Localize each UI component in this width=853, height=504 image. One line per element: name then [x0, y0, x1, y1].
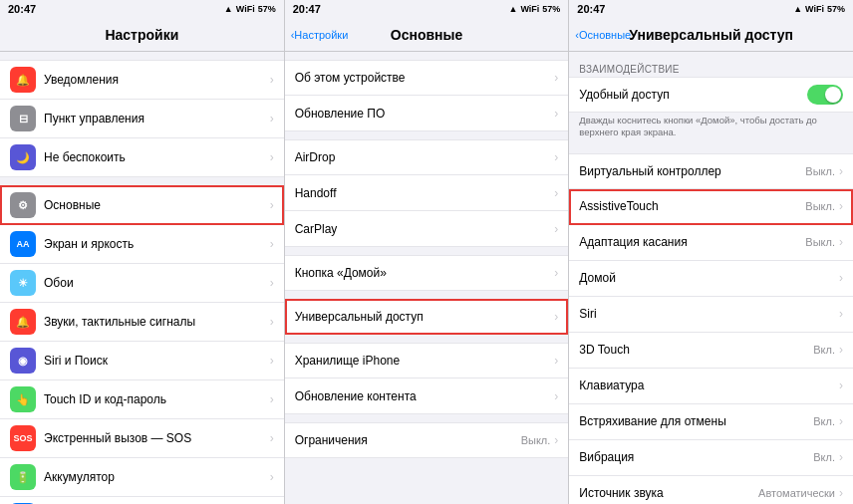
- nav-bar-1: Настройки: [0, 18, 284, 52]
- chevron-notifications: ›: [270, 73, 274, 87]
- general-item-airdrop[interactable]: AirDrop ›: [285, 139, 569, 175]
- settings-item-notifications[interactable]: 🔔 Уведомления ›: [0, 60, 284, 100]
- chevron-accessibility: ›: [554, 310, 558, 324]
- chevron-3dtouch: ›: [839, 343, 843, 357]
- accessibility-item-3dtouch[interactable]: 3D Touch Вкл. ›: [569, 333, 853, 369]
- convenientaccess-label: Удобный доступ: [579, 88, 807, 102]
- chevron-adaptation: ›: [839, 235, 843, 249]
- accessibility-item-vibration[interactable]: Вибрация Вкл. ›: [569, 440, 853, 476]
- settings-item-general[interactable]: ⚙ Основные ›: [0, 185, 284, 225]
- accessibility-item-keyboard[interactable]: Клавиатура ›: [569, 369, 853, 404]
- dnd-icon: 🌙: [10, 144, 36, 170]
- touchid-icon: 👆: [10, 386, 36, 412]
- general-item-storage[interactable]: Хранилище iPhone ›: [285, 343, 569, 378]
- accessibility-item-convenientaccess[interactable]: Удобный доступ: [569, 77, 853, 113]
- signal-icon-3: ▲: [793, 4, 802, 14]
- shake-undo-label: Встряхивание для отмены: [579, 414, 813, 428]
- section-2-4: Универсальный доступ ›: [285, 299, 569, 335]
- accessibility-item-assistivetouch[interactable]: AssistiveTouch Выкл. ›: [569, 189, 853, 225]
- settings-item-privacy[interactable]: ✋ Конфиденциальность ›: [0, 497, 284, 504]
- update-label: Обновление ПО: [295, 107, 555, 121]
- signal-icon-2: ▲: [508, 4, 517, 14]
- accessibility-item-adaptation[interactable]: Адаптация касания Выкл. ›: [569, 225, 853, 261]
- section-header-interaction: ВЗАИМОДЕЙСТВИЕ: [569, 60, 853, 77]
- general-item-update[interactable]: Обновление ПО ›: [285, 96, 569, 131]
- general-item-restrictions[interactable]: Ограничения Выкл. ›: [285, 422, 569, 458]
- chevron-control-center: ›: [270, 112, 274, 126]
- wifi-icon-2: WiFi: [520, 4, 539, 14]
- nav-bar-2: ‹ Настройки Основные: [285, 18, 569, 52]
- convenientaccess-description: Дважды коснитесь кнопки «Домой», чтобы д…: [569, 113, 853, 145]
- chevron-update: ›: [554, 107, 558, 121]
- back-label-2: Настройки: [294, 29, 348, 41]
- settings-item-sounds[interactable]: 🔔 Звуки, тактильные сигналы ›: [0, 303, 284, 342]
- general-item-bgrefresh[interactable]: Обновление контента ›: [285, 378, 569, 414]
- chevron-restrictions: ›: [554, 433, 558, 447]
- chevron-shake-undo: ›: [839, 414, 843, 428]
- section-2-6: Ограничения Выкл. ›: [285, 422, 569, 458]
- settings-item-control-center[interactable]: ⊟ Пункт управления ›: [0, 100, 284, 138]
- accessibility-item-virtual[interactable]: Виртуальный контроллер Выкл. ›: [569, 153, 853, 189]
- convenientaccess-toggle[interactable]: [807, 85, 843, 105]
- back-label-3: Основные: [579, 29, 631, 41]
- chevron-about: ›: [554, 71, 558, 85]
- general-item-handoff[interactable]: Handoff ›: [285, 175, 569, 211]
- adaptation-label: Адаптация касания: [579, 235, 805, 249]
- chevron-homebtn: ›: [554, 266, 558, 280]
- settings-item-sos[interactable]: SOS Экстренный вызов — SOS ›: [0, 419, 284, 458]
- settings-item-touchid[interactable]: 👆 Touch ID и код-пароль ›: [0, 380, 284, 419]
- accessibility-label: Универсальный доступ: [295, 310, 555, 324]
- general-item-about[interactable]: Об этом устройстве ›: [285, 60, 569, 96]
- nav-title-3: Универсальный доступ: [629, 27, 793, 43]
- siri-label-acc: Siri: [579, 307, 839, 321]
- general-label: Основные: [44, 198, 270, 212]
- 3dtouch-value: Вкл.: [813, 344, 835, 356]
- section-2-2: AirDrop › Handoff › CarPlay ›: [285, 139, 569, 247]
- status-bar-2: 20:47 ▲ WiFi 57%: [285, 0, 569, 18]
- siri-icon: ◉: [10, 348, 36, 374]
- settings-item-battery[interactable]: 🔋 Аккумулятор ›: [0, 458, 284, 497]
- settings-item-siri[interactable]: ◉ Siri и Поиск ›: [0, 342, 284, 380]
- accessibility-item-shake-undo[interactable]: Встряхивание для отмены Вкл. ›: [569, 404, 853, 440]
- about-label: Об этом устройстве: [295, 71, 555, 85]
- chevron-audio-source: ›: [839, 486, 843, 500]
- chevron-siri: ›: [270, 354, 274, 368]
- screen-container: 20:47 ▲ WiFi 57% Настройки 🔔 Уведомления…: [0, 0, 853, 504]
- chevron-sounds: ›: [270, 315, 274, 329]
- settings-item-dnd[interactable]: 🌙 Не беспокоить ›: [0, 138, 284, 177]
- audio-source-value: Автоматически: [758, 487, 835, 499]
- settings-list-3: ВЗАИМОДЕЙСТВИЕ Удобный доступ Дважды кос…: [569, 52, 853, 504]
- section-2-1: Об этом устройстве › Обновление ПО ›: [285, 60, 569, 131]
- accessibility-item-siri[interactable]: Siri ›: [569, 297, 853, 333]
- time-3: 20:47: [577, 3, 605, 15]
- nav-title-1: Настройки: [105, 27, 178, 43]
- handoff-label: Handoff: [295, 186, 555, 200]
- adaptation-value: Выкл.: [805, 236, 835, 248]
- section-2-3: Кнопка «Домой» ›: [285, 255, 569, 291]
- panel-accessibility: 20:47 ▲ WiFi 57% ‹ Основные Универсальны…: [569, 0, 853, 504]
- general-item-accessibility[interactable]: Универсальный доступ ›: [285, 299, 569, 335]
- dnd-label: Не беспокоить: [44, 150, 270, 164]
- wifi-icon-3: WiFi: [805, 4, 824, 14]
- accessibility-item-home[interactable]: Домой ›: [569, 261, 853, 297]
- settings-item-display[interactable]: AA Экран и яркость ›: [0, 225, 284, 264]
- battery-icon-2: 57%: [542, 4, 560, 14]
- display-icon: AA: [10, 231, 36, 257]
- section-3-2: Виртуальный контроллер Выкл. › Assistive…: [569, 153, 853, 504]
- back-btn-3[interactable]: ‹ Основные: [575, 29, 631, 41]
- general-icon: ⚙: [10, 192, 36, 218]
- accessibility-item-audio-source[interactable]: Источник звука Автоматически ›: [569, 476, 853, 504]
- general-item-carplay[interactable]: CarPlay ›: [285, 211, 569, 247]
- assistivetouch-value: Выкл.: [805, 200, 835, 212]
- keyboard-label: Клавиатура: [579, 378, 839, 392]
- sounds-icon: 🔔: [10, 309, 36, 335]
- settings-item-wallpaper[interactable]: ☀ Обои ›: [0, 264, 284, 303]
- section-3-1: ВЗАИМОДЕЙСТВИЕ Удобный доступ Дважды кос…: [569, 60, 853, 145]
- signal-icon-1: ▲: [224, 4, 233, 14]
- panel-settings: 20:47 ▲ WiFi 57% Настройки 🔔 Уведомления…: [0, 0, 285, 504]
- bgrefresh-label: Обновление контента: [295, 389, 555, 403]
- back-btn-2[interactable]: ‹ Настройки: [291, 29, 349, 41]
- general-item-homebtn[interactable]: Кнопка «Домой» ›: [285, 255, 569, 291]
- sounds-label: Звуки, тактильные сигналы: [44, 315, 270, 329]
- status-bar-3: 20:47 ▲ WiFi 57%: [569, 0, 853, 18]
